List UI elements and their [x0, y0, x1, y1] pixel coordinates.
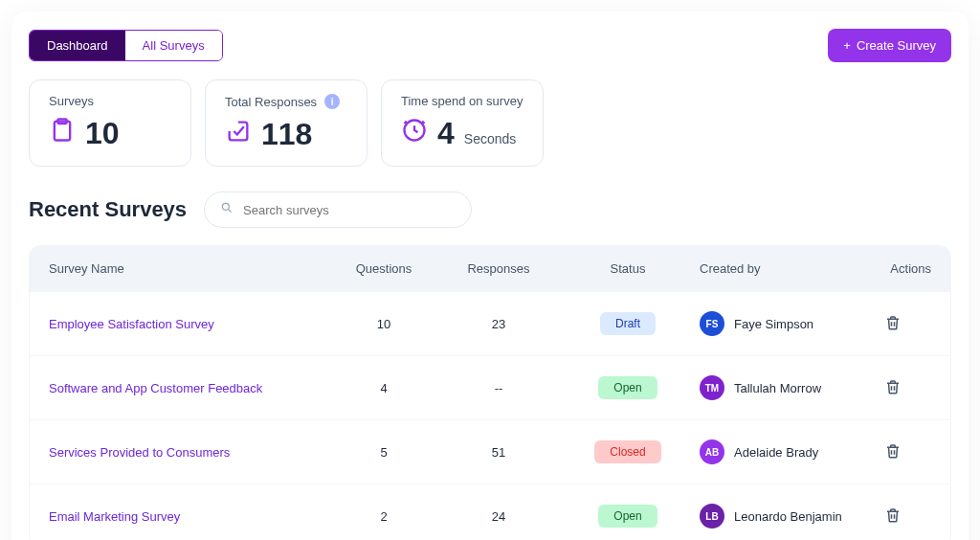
- stat-time-value: 4: [437, 116, 455, 151]
- responses-count: 24: [441, 509, 556, 524]
- col-status: Status: [556, 261, 700, 276]
- avatar: AB: [700, 439, 724, 464]
- stat-responses-value: 118: [261, 117, 312, 152]
- search-input[interactable]: [243, 203, 456, 217]
- responses-count: --: [441, 381, 556, 395]
- survey-name-link[interactable]: Software and App Customer Feedback: [49, 381, 326, 395]
- info-icon[interactable]: i: [324, 94, 340, 109]
- stat-time: Time spend on survey 4 Seconds: [381, 79, 544, 167]
- delete-icon[interactable]: [884, 506, 902, 527]
- search-icon: [220, 201, 234, 218]
- col-name: Survey Name: [49, 261, 326, 276]
- col-actions: Actions: [855, 261, 931, 276]
- col-questions: Questions: [326, 261, 441, 276]
- table-header: Survey Name Questions Responses Status C…: [30, 246, 950, 291]
- table-row: Employee Satisfaction Survey1023DraftFSF…: [30, 291, 950, 355]
- status-badge: Open: [598, 376, 657, 399]
- questions-count: 10: [326, 317, 441, 331]
- delete-icon[interactable]: [884, 378, 902, 398]
- questions-count: 2: [326, 509, 441, 524]
- tab-all-surveys[interactable]: All Surveys: [125, 31, 222, 60]
- clock-icon: [401, 117, 428, 147]
- questions-count: 4: [326, 381, 441, 395]
- status-badge: Open: [598, 505, 657, 528]
- tab-dashboard[interactable]: Dashboard: [30, 31, 125, 60]
- svg-point-3: [222, 203, 229, 210]
- avatar: FS: [700, 311, 724, 336]
- survey-name-link[interactable]: Services Provided to Consumers: [49, 445, 326, 460]
- survey-name-link[interactable]: Email Marketing Survey: [49, 509, 326, 524]
- col-responses: Responses: [441, 261, 556, 276]
- table-row: Services Provided to Consumers551ClosedA…: [30, 419, 950, 484]
- delete-icon[interactable]: [884, 442, 902, 462]
- stat-surveys-value: 10: [85, 116, 120, 151]
- survey-name-link[interactable]: Employee Satisfaction Survey: [49, 317, 326, 331]
- status-badge: Draft: [600, 312, 656, 335]
- stat-surveys: Surveys 10: [29, 79, 191, 167]
- avatar: LB: [700, 504, 724, 529]
- table-row: Email Marketing Survey224OpenLBLeonardo …: [30, 484, 950, 540]
- questions-count: 5: [326, 445, 441, 460]
- create-survey-label: Create Survey: [857, 38, 936, 53]
- surveys-table: Survey Name Questions Responses Status C…: [29, 245, 951, 540]
- stat-surveys-label: Surveys: [49, 94, 171, 108]
- responses-count: 51: [441, 445, 556, 460]
- table-row: Software and App Customer Feedback4--Ope…: [30, 355, 950, 419]
- section-title: Recent Surveys: [29, 197, 187, 222]
- search-container: [204, 191, 472, 228]
- delete-icon[interactable]: [884, 314, 902, 334]
- user-name: Faye Simpson: [734, 317, 813, 331]
- plus-icon: +: [843, 38, 851, 53]
- stat-responses-label: Total Responses: [225, 95, 317, 109]
- clipboard-icon: [49, 117, 76, 147]
- user-name: Tallulah Morrow: [734, 381, 821, 395]
- responses-count: 23: [441, 317, 556, 331]
- check-icon: [225, 118, 252, 148]
- user-name: Leonardo Benjamin: [734, 509, 842, 524]
- stat-time-label: Time spend on survey: [401, 94, 523, 108]
- view-tabs: Dashboard All Surveys: [29, 30, 223, 61]
- user-name: Adelaide Brady: [734, 445, 818, 460]
- avatar: TM: [700, 375, 724, 400]
- create-survey-button[interactable]: + Create Survey: [828, 29, 951, 62]
- stat-responses: Total Responses i 118: [205, 79, 368, 167]
- stat-time-unit: Seconds: [464, 131, 516, 146]
- status-badge: Closed: [594, 440, 660, 463]
- col-created-by: Created by: [700, 261, 855, 276]
